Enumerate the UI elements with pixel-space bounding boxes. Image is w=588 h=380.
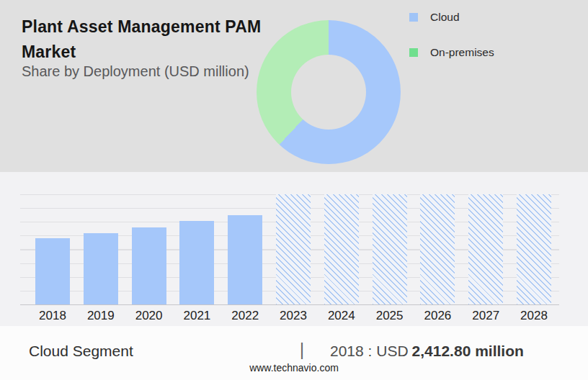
donut-hole xyxy=(291,55,366,130)
value-amount: 2,412.80 million xyxy=(412,343,524,359)
x-axis-label: 2022 xyxy=(221,309,269,323)
forecast-bar xyxy=(517,194,551,304)
value-bar xyxy=(179,221,214,304)
x-axis-label: 2028 xyxy=(510,309,558,323)
forecast-bar xyxy=(468,194,503,304)
legend-item-cloud: Cloud xyxy=(409,10,494,24)
x-axis-label: 2027 xyxy=(462,309,509,323)
x-axis-label: 2018 xyxy=(29,309,76,323)
x-axis-label: 2021 xyxy=(173,309,220,323)
legend-label-on-premises: On-premises xyxy=(430,46,494,59)
bar-chart-section: 2018201920202021202220232024202520262027… xyxy=(0,172,588,326)
x-axis-label: 2026 xyxy=(414,309,461,323)
x-axis-labels: 2018201920202021202220232024202520262027… xyxy=(20,309,559,325)
forecast-bar xyxy=(324,194,359,304)
value-prefix: 2018 : USD xyxy=(330,343,409,359)
donut-legend: Cloud On-premises xyxy=(409,10,494,60)
x-axis-label: 2025 xyxy=(366,309,414,323)
forecast-bar xyxy=(373,194,407,304)
legend-label-cloud: Cloud xyxy=(430,11,460,24)
bar-chart-plot xyxy=(20,194,559,305)
value-bar xyxy=(35,238,70,304)
forecast-bar xyxy=(276,194,311,304)
value-line: 2018 : USD2,412.80 million xyxy=(330,343,524,360)
separator-bar: | xyxy=(300,340,304,360)
x-axis-label: 2019 xyxy=(77,309,125,323)
value-bar xyxy=(84,233,118,305)
x-axis-label: 2024 xyxy=(318,309,365,323)
infographic-page: Plant Asset Management PAM Market Share … xyxy=(0,0,588,380)
header-section: Plant Asset Management PAM Market Share … xyxy=(0,0,588,172)
legend-item-on-premises: On-premises xyxy=(409,45,494,60)
legend-swatch xyxy=(409,13,418,22)
legend-swatch xyxy=(409,48,418,57)
value-bar xyxy=(132,227,166,304)
segment-label: Cloud Segment xyxy=(29,343,133,360)
donut-chart xyxy=(257,20,401,164)
footer-section: Cloud Segment | 2018 : USD2,412.80 milli… xyxy=(0,326,588,380)
page-subtitle: Share by Deployment (USD million) xyxy=(22,63,281,80)
forecast-bar xyxy=(420,194,455,304)
page-title: Plant Asset Management PAM Market xyxy=(22,14,274,65)
website-url: www.technavio.com xyxy=(0,362,588,374)
value-bar xyxy=(228,215,262,304)
x-axis-label: 2020 xyxy=(125,309,173,323)
x-axis-label: 2023 xyxy=(270,309,317,323)
